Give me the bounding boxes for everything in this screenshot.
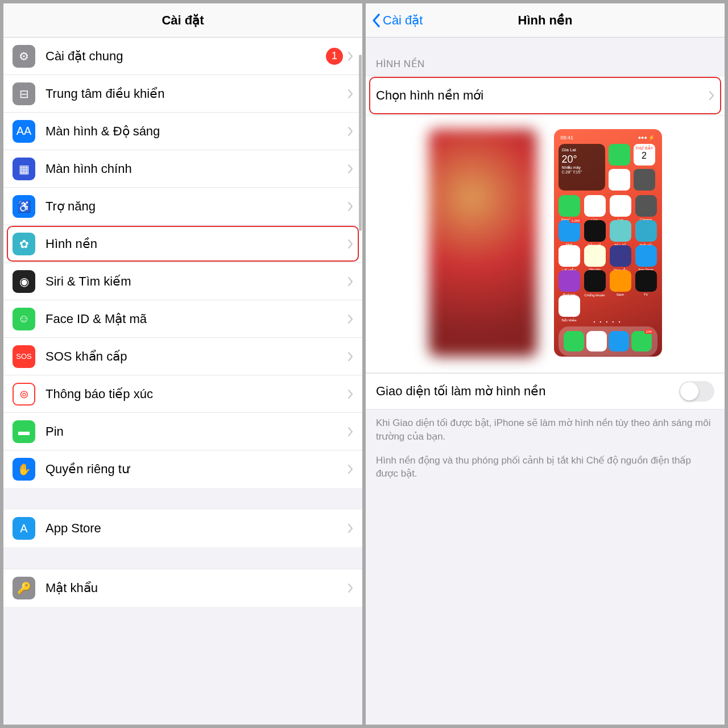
app-icon: Lịch xyxy=(584,195,606,217)
control-icon: ⊟ xyxy=(13,82,35,105)
app-icon: Mail3.269 xyxy=(559,220,580,242)
exposure-icon: ⊚ xyxy=(13,383,35,406)
calendar-widget: THỨ BẢY2 xyxy=(634,144,655,166)
settings-row-home[interactable]: ▦Màn hình chính xyxy=(3,150,362,188)
chevron-right-icon xyxy=(348,276,353,287)
row-label: Siri & Tìm kiếm xyxy=(46,274,348,289)
chevron-right-icon xyxy=(348,164,353,174)
settings-row-general[interactable]: ⚙Cài đặt chung1 xyxy=(3,38,362,75)
settings-header: Cài đặt xyxy=(3,3,362,38)
chevron-right-icon xyxy=(348,427,353,437)
row-label: Cài đặt chung xyxy=(46,49,326,64)
siri-icon: ◉ xyxy=(13,270,35,293)
app-icon: Bản đồ xyxy=(610,220,631,242)
dock: 144 xyxy=(559,326,657,356)
page-title: Cài đặt xyxy=(162,13,204,28)
footer-text-1: Khi Giao diện tối được bật, iPhone sẽ là… xyxy=(366,410,725,444)
page-title: Hình nền xyxy=(518,13,573,28)
wallpaper-icon: ✿ xyxy=(13,233,35,255)
row-label: App Store xyxy=(46,521,348,536)
chevron-right-icon xyxy=(709,90,714,101)
row-label: Quyền riêng tư xyxy=(46,462,348,477)
app-icon: Phím tắt xyxy=(610,245,631,267)
settings-row-control[interactable]: ⊟Trung tâm điều khiển xyxy=(3,75,362,113)
app-icon: Ảnh xyxy=(610,195,631,217)
app-icon: Sức khỏe xyxy=(559,295,580,317)
back-button[interactable]: Cài đặt xyxy=(371,13,423,28)
settings-row-battery[interactable]: ▬Pin xyxy=(3,413,362,450)
app-icon: FaceTime xyxy=(559,195,580,217)
battery-icon: ▬ xyxy=(13,420,35,443)
chevron-right-icon xyxy=(348,201,353,212)
wallpaper-panel: Cài đặt Hình nền HÌNH NỀN Chọn hình nền … xyxy=(366,3,725,725)
app-icon: Camera xyxy=(635,195,657,217)
app-icon: Lời nhắc xyxy=(559,245,580,267)
settings-list-2: AApp Store xyxy=(3,510,362,547)
dock-app-icon xyxy=(564,331,584,351)
display-icon: AA xyxy=(13,120,35,143)
passwords-icon: 🔑 xyxy=(13,577,35,599)
settings-list-3: 🔑Mật khẩu xyxy=(3,569,362,607)
settings-row-siri[interactable]: ◉Siri & Tìm kiếm xyxy=(3,263,362,300)
row-label: Mật khẩu xyxy=(46,581,348,595)
app-icon: App Store xyxy=(635,245,657,267)
footer-text-2: Hình nền động và thu phóng phối cảnh bị … xyxy=(366,444,725,481)
app-icon: Thời tiết xyxy=(635,220,657,242)
app-icon: Chứng khoán xyxy=(584,270,606,292)
lockscreen-preview[interactable] xyxy=(429,129,537,357)
chevron-right-icon xyxy=(348,89,353,99)
row-label: Pin xyxy=(46,424,348,439)
chevron-right-icon xyxy=(348,314,353,324)
chevron-right-icon xyxy=(348,464,353,474)
settings-row-passwords[interactable]: 🔑Mật khẩu xyxy=(3,569,362,607)
settings-row-wallpaper[interactable]: ✿Hình nền xyxy=(3,225,362,263)
privacy-icon: ✋ xyxy=(13,458,35,481)
dock-app-icon xyxy=(586,331,607,351)
camera-icon xyxy=(634,169,655,191)
row-label: Face ID & Mật mã xyxy=(46,312,348,326)
home-icon: ▦ xyxy=(13,158,35,180)
app-icon: TV xyxy=(635,270,657,292)
app-icon: Podcast xyxy=(559,270,580,292)
facetime-icon xyxy=(609,144,630,166)
settings-row-privacy[interactable]: ✋Quyền riêng tư xyxy=(3,450,362,488)
app-icon: Ghi chú xyxy=(584,245,606,267)
sos-icon: SOS xyxy=(13,345,35,368)
choose-wallpaper-row[interactable]: Chọn hình nền mới xyxy=(366,76,725,115)
row-label: Hình nền xyxy=(46,237,348,251)
row-label: Trợ năng xyxy=(46,199,348,214)
homescreen-preview[interactable]: 09:41●●● ⚡ Gia Lai 20° Nhiều mây C:28° T… xyxy=(554,129,662,357)
badge: 1 xyxy=(326,48,343,65)
general-icon: ⚙ xyxy=(13,45,35,68)
row-label: Thông báo tiếp xúc xyxy=(46,387,348,402)
wallpaper-previews: 09:41●●● ⚡ Gia Lai 20° Nhiều mây C:28° T… xyxy=(366,115,725,373)
photos-icon xyxy=(609,169,630,191)
dark-dim-switch[interactable] xyxy=(679,381,714,402)
chevron-right-icon xyxy=(348,351,353,362)
dock-app-icon: 144 xyxy=(631,331,652,351)
faceid-icon: ☺ xyxy=(13,308,35,330)
settings-list: ⚙Cài đặt chung1⊟Trung tâm điều khiểnAAMà… xyxy=(3,38,362,488)
chevron-left-icon xyxy=(371,13,380,28)
row-label: Trung tâm điều khiển xyxy=(46,86,348,101)
settings-row-exposure[interactable]: ⊚Thông báo tiếp xúc xyxy=(3,375,362,413)
chevron-right-icon xyxy=(348,523,353,533)
dock-app-icon xyxy=(609,331,629,351)
wallpaper-header: Cài đặt Hình nền xyxy=(366,3,725,38)
settings-row-appstore[interactable]: AApp Store xyxy=(3,510,362,547)
chevron-right-icon xyxy=(348,583,353,593)
access-icon: ♿ xyxy=(13,195,35,218)
settings-row-access[interactable]: ♿Trợ năng xyxy=(3,188,362,225)
chevron-right-icon xyxy=(348,389,353,399)
settings-row-sos[interactable]: SOSSOS khẩn cấp xyxy=(3,338,362,375)
settings-row-faceid[interactable]: ☺Face ID & Mật mã xyxy=(3,300,362,338)
scrollbar[interactable] xyxy=(359,55,362,231)
row-label: Màn hình chính xyxy=(46,162,348,176)
appstore-icon: A xyxy=(13,517,35,540)
settings-row-display[interactable]: AAMàn hình & Độ sáng xyxy=(3,113,362,150)
dark-dim-toggle-row: Giao diện tối làm mờ hình nền xyxy=(366,373,725,410)
weather-widget: Gia Lai 20° Nhiều mây C:28° T:15° xyxy=(559,144,605,191)
app-icon: Đồng hồ xyxy=(584,220,606,242)
chevron-right-icon xyxy=(348,126,353,136)
settings-panel: Cài đặt ⚙Cài đặt chung1⊟Trung tâm điều k… xyxy=(3,3,362,725)
